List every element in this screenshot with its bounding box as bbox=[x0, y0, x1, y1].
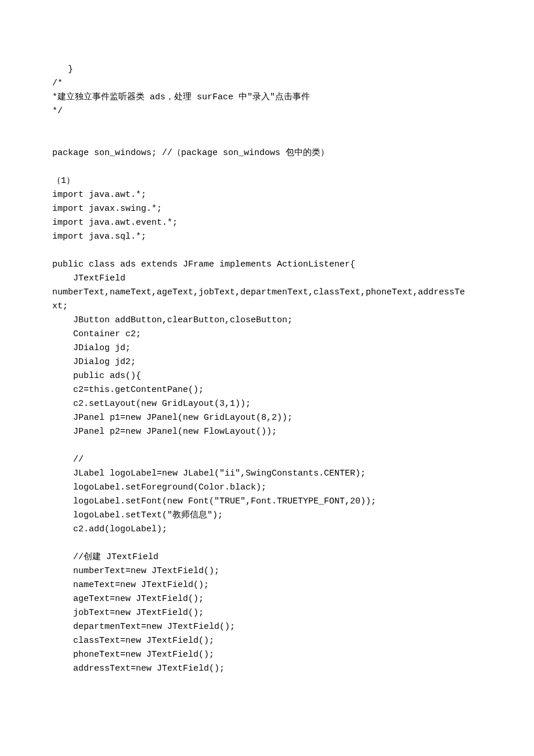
code-line: xt; bbox=[52, 300, 482, 314]
code-line: //创建 JTextField bbox=[52, 550, 482, 564]
code-line: numberText=new JTextField(); bbox=[52, 564, 482, 578]
code-line: /* bbox=[52, 77, 482, 91]
code-line bbox=[52, 537, 482, 550]
code-line: // bbox=[52, 453, 482, 467]
code-line: JLabel logoLabel=new JLabel("ii",SwingCo… bbox=[52, 467, 482, 481]
code-line bbox=[52, 118, 482, 132]
code-line: package son_windows; //（package son_wind… bbox=[52, 146, 482, 160]
code-line: import java.awt.*; bbox=[52, 188, 482, 202]
code-line: public class ads extends JFrame implemen… bbox=[52, 258, 482, 272]
code-line: c2=this.getContentPane(); bbox=[52, 383, 482, 397]
code-line: */ bbox=[52, 105, 482, 118]
code-line: logoLabel.setText("教师信息"); bbox=[52, 509, 482, 523]
code-line: logoLabel.setFont(new Font("TRUE",Font.T… bbox=[52, 495, 482, 509]
code-line: phoneText=new JTextField(); bbox=[52, 648, 482, 662]
code-line: logoLabel.setForeground(Color.black); bbox=[52, 481, 482, 495]
code-line: } bbox=[52, 63, 482, 77]
code-line: import java.awt.event.*; bbox=[52, 216, 482, 230]
document-page: }/**建立独立事件监听器类 ads，处理 surFace 中"录入"点击事件*… bbox=[0, 0, 534, 756]
code-line: JPanel p1=new JPanel(new GridLayout(8,2)… bbox=[52, 411, 482, 425]
code-line: *建立独立事件监听器类 ads，处理 surFace 中"录入"点击事件 bbox=[52, 91, 482, 105]
code-line: import javax.swing.*; bbox=[52, 202, 482, 216]
code-line: Container c2; bbox=[52, 327, 482, 341]
code-line: JButton addButton,clearButton,closeButto… bbox=[52, 314, 482, 327]
code-line bbox=[52, 132, 482, 146]
code-line: nameText=new JTextField(); bbox=[52, 578, 482, 592]
code-line bbox=[52, 439, 482, 453]
code-line bbox=[52, 244, 482, 258]
code-line: JDialog jd; bbox=[52, 341, 482, 355]
code-line: numberText,nameText,ageText,jobText,depa… bbox=[52, 286, 482, 300]
code-line: jobText=new JTextField(); bbox=[52, 606, 482, 620]
code-line: c2.setLayout(new GridLayout(3,1)); bbox=[52, 397, 482, 411]
code-line bbox=[52, 160, 482, 174]
code-line: （1） bbox=[52, 174, 482, 188]
code-line: classText=new JTextField(); bbox=[52, 634, 482, 648]
code-line: import java.sql.*; bbox=[52, 230, 482, 244]
code-line: JDialog jd2; bbox=[52, 355, 482, 369]
code-line: departmenText=new JTextField(); bbox=[52, 620, 482, 634]
code-line: addressText=new JTextField(); bbox=[52, 662, 482, 676]
code-line: public ads(){ bbox=[52, 369, 482, 383]
code-line: c2.add(logoLabel); bbox=[52, 523, 482, 537]
code-line: JPanel p2=new JPanel(new FlowLayout()); bbox=[52, 425, 482, 439]
code-line: ageText=new JTextField(); bbox=[52, 592, 482, 606]
code-line: JTextField bbox=[52, 272, 482, 286]
